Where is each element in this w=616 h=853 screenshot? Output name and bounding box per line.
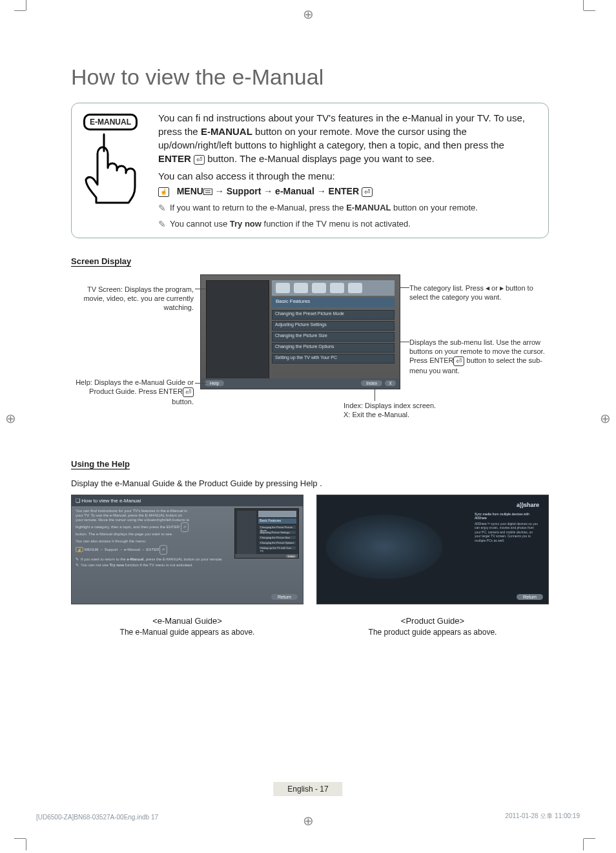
note-icon-4: ✎ <box>76 563 79 568</box>
help-pill: Help <box>205 380 224 386</box>
crop-mark-tl <box>26 10 45 30</box>
allshare-logo: a))share <box>517 502 539 508</box>
enter-icon-3: ⏎ <box>183 387 194 397</box>
index-pill: Index <box>361 380 382 386</box>
emanual-button-label: E-MANUAL <box>83 114 138 130</box>
registration-mark-top: ⊕ <box>303 6 314 22</box>
screen-display-heading: Screen Display <box>71 256 131 267</box>
card-title: How to view the e-Manual <box>81 498 141 504</box>
tv-bottom-bar: Help Index X <box>201 378 400 389</box>
allshare-text-block: Sync media from multiple devices with Al… <box>475 512 539 543</box>
callout-category: The category list. Press ◀ or ▶ button t… <box>409 283 539 302</box>
callout-tv-screen: TV Screen: Displays the program, movie, … <box>71 285 194 313</box>
mini-row: Adjusting Picture Settings <box>258 530 296 535</box>
submenu-item: Changing the Picture Size <box>272 332 395 342</box>
callout-help-a: Help <box>76 378 90 386</box>
card-body-b: button. The e-Manual displays the page y… <box>76 532 173 536</box>
caption-emanual-sub: The e-Manual guide appears as above. <box>71 628 303 637</box>
mini-tv-mock: Basic Features Changing the Preset Pictu… <box>234 508 299 559</box>
note2-a: You cannot use <box>170 219 230 229</box>
menupath-rest: → Support → e-Manual → ENTER <box>215 186 359 196</box>
return-pill-2: Return <box>517 594 543 600</box>
mini-screen <box>237 511 256 557</box>
leader-line <box>400 287 409 288</box>
enter-icon-5: ⏎ <box>181 522 189 532</box>
using-help-lead-b: Help <box>300 478 318 488</box>
category-icon-bar <box>272 280 395 296</box>
mini-index-pill: Index <box>286 555 296 558</box>
callout-help-d: or <box>185 378 194 386</box>
card-menupath: MENUⅢ → Support → e-Manual → ENTER <box>85 548 159 551</box>
enter-icon: ⏎ <box>194 155 205 165</box>
callout-cat-a: The category list. Press <box>409 284 486 292</box>
intro-p1-e: button. The e-Manual displays page you w… <box>207 153 435 164</box>
x-pill: X <box>385 380 396 386</box>
mini-submenu: Changing the Preset Picture Mode Adjusti… <box>258 525 296 551</box>
mini-category-bar <box>258 511 296 517</box>
intro-text: You can fi nd instructions about your TV… <box>158 111 537 231</box>
callout-help-c: e-Manual Guide <box>135 378 185 386</box>
registration-mark-right: ⊕ <box>600 411 611 426</box>
callout-help: Help: Displays the e-Manual Guide or Pro… <box>71 378 194 406</box>
enter-icon-6: ⏎ <box>159 545 167 555</box>
intro-p1-enter: ENTER <box>158 153 191 164</box>
note-icon-3: ✎ <box>76 557 79 562</box>
note-icon-2: ✎ <box>158 218 166 231</box>
caption-product-title: <Product Guide> <box>316 616 549 626</box>
callout-idx-a: Index <box>344 402 361 409</box>
leader-line <box>195 289 205 289</box>
callout-help-g: ENTER <box>159 387 183 395</box>
mini-row: Changing the Preset Picture Mode <box>258 525 296 529</box>
note1-b: E-MANUAL <box>346 203 391 212</box>
callout-sub-b: ENTER <box>429 356 453 364</box>
submenu-item: Adjusting Picture Settings <box>272 321 395 331</box>
category-icon-3 <box>312 283 326 293</box>
using-help-lead-a: Display the e-Manual Guide & the Product… <box>71 478 300 488</box>
submenu-item: Changing the Picture Options <box>272 343 395 353</box>
card-note1-bold: e-Manual <box>127 557 143 561</box>
product-guide-card: a))share Sync media from multiple device… <box>316 495 549 604</box>
page-title: How to view the e-Manual <box>71 65 549 90</box>
leader-line <box>400 342 409 342</box>
crop-mark-br <box>564 819 584 839</box>
caption-product-sub: The product guide appears as above. <box>316 628 549 637</box>
hand-press-icon <box>83 133 138 204</box>
intro-p2: You can also access it through the menu: <box>158 169 537 183</box>
allshare-body: AllShare™ syncs your digital devices so … <box>475 522 539 543</box>
category-icon-5 <box>348 283 362 293</box>
category-icon-2 <box>294 283 308 293</box>
submenu-list: Changing the Preset Picture Mode Adjusti… <box>272 310 395 365</box>
screen-display-diagram: Basic Features Changing the Preset Pictu… <box>71 274 549 423</box>
card-body-a: You can find instructions for your TV's … <box>76 509 189 529</box>
printfile-right: 2011-01-28 오후 11:00:19 <box>505 812 580 821</box>
enter-icon-4: ⏎ <box>453 356 464 366</box>
mini-category-label: Basic Features <box>258 519 296 524</box>
note1-c: button on your remote. <box>393 203 478 212</box>
card-p2: You can also access it through the menu: <box>76 539 190 544</box>
submenu-item: Changing the Preset Picture Mode <box>272 310 395 320</box>
crop-mark-tr <box>564 10 584 30</box>
allshare-head: Sync media from multiple devices with Al… <box>475 512 539 520</box>
callout-x-b: : Exit the e-Manual. <box>348 411 409 418</box>
intro-p1-emanual: E-MANUAL <box>201 126 252 137</box>
mini-row: Setting up the TV with Your PC <box>258 546 296 550</box>
mini-bottom-bar: Index <box>235 554 298 558</box>
registration-mark-left: ⊕ <box>5 411 16 426</box>
note2-c: function if the TV menu is not activated… <box>264 219 411 229</box>
callout-help-b: : Displays the <box>90 378 135 386</box>
leader-line <box>375 389 375 401</box>
mini-row: Changing the Picture Options <box>258 540 296 545</box>
note2-b: Try now <box>230 219 262 229</box>
hand-icon: ☝ <box>158 187 169 197</box>
callout-submenu: Displays the sub-menu list. Use the arro… <box>409 338 545 375</box>
return-pill: Return <box>271 594 298 600</box>
remote-button-illustration: E-MANUAL <box>83 111 148 208</box>
caption-emanual-title: <e-Manual Guide> <box>71 616 303 626</box>
callout-cat-b: or <box>489 284 500 292</box>
menupath-menu: MENU <box>177 186 203 196</box>
note-icon: ✎ <box>158 202 166 215</box>
printfile-left: [UD6500-ZA]BN68-03527A-00Eng.indb 17 <box>36 814 158 821</box>
hand-icon-2: ☝ <box>76 547 83 552</box>
page-footer-label: English - 17 <box>287 785 328 794</box>
enter-icon-2: ⏎ <box>362 187 373 197</box>
